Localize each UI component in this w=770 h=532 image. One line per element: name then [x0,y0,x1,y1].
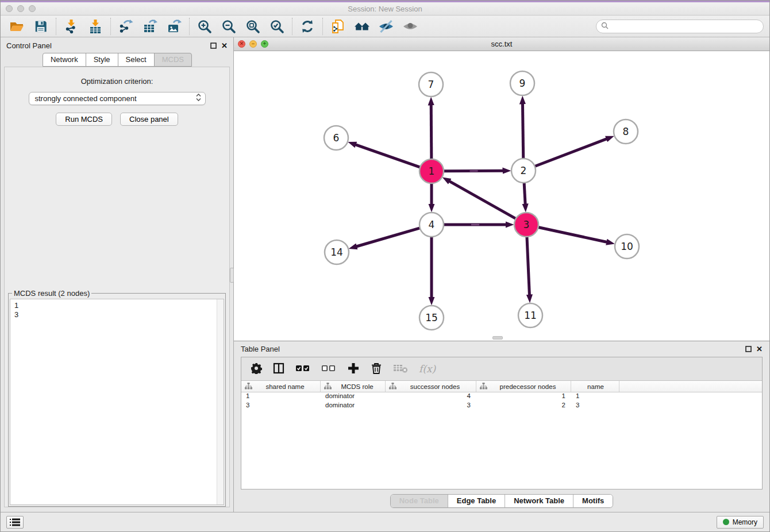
graph-node-4[interactable]: 4 [419,213,444,237]
graph-edge-2-8[interactable] [535,138,608,166]
memory-button[interactable]: Memory [717,516,764,529]
first-neighbors-button[interactable] [352,17,372,36]
zoom-window-button[interactable] [29,5,36,12]
control-panel: Control Panel ✕ NetworkStyleSelectMCDS O… [1,37,234,512]
zoom-out-button[interactable] [218,17,239,36]
export-image-button[interactable] [164,17,184,36]
tab-network[interactable]: Network [43,53,86,67]
settings-button[interactable] [251,363,262,376]
mcds-result-scrollbar[interactable] [217,299,224,504]
cell-name[interactable]: 3 [571,402,619,411]
svg-text:7: 7 [428,79,434,90]
tab-motifs[interactable]: Motifs [573,495,613,507]
graph-edge-1-7[interactable] [431,104,432,159]
graph-node-9[interactable]: 9 [510,71,534,95]
cell-predecessor-nodes[interactable]: 1 [476,392,571,402]
export-network-button[interactable] [116,17,136,36]
tab-select[interactable]: Select [118,53,155,67]
mcds-result-text[interactable]: 1 3 [10,299,217,504]
cell-mcds-role[interactable]: dominator [321,402,386,411]
table-panel-float-button[interactable] [745,346,752,352]
zoom-in-button[interactable] [194,17,215,36]
open-button[interactable] [6,17,27,36]
table-row[interactable]: 3dominator323 [241,402,762,411]
graph-node-2[interactable]: 2 [511,159,536,183]
column-header-predecessor-nodes[interactable]: predecessor nodes [476,381,571,392]
close-panel-button[interactable]: Close panel [120,113,178,126]
table-row[interactable]: 1dominator411 [241,392,762,402]
clone-network-button[interactable] [328,17,348,36]
import-table-button[interactable] [85,17,106,36]
close-window-button[interactable] [6,5,13,12]
deselect-all-button[interactable] [321,364,336,374]
export-table-button[interactable] [140,17,160,36]
graph-edge-4-14[interactable] [356,228,420,247]
task-history-button[interactable] [6,516,24,529]
hide-selected-button[interactable] [376,17,396,36]
graph-edge-3-1[interactable] [449,181,516,219]
criterion-select[interactable]: strongly connected component [29,92,206,105]
control-panel-close-button[interactable]: ✕ [221,42,228,49]
graph-edge-3-11[interactable] [527,237,530,296]
control-panel-float-button[interactable] [210,43,217,49]
select-stepper-icon [196,93,201,104]
network-canvas[interactable]: 1234678910111415 [234,51,769,341]
panel-splitter-handle[interactable] [230,268,234,283]
graph-edge-2-3[interactable] [524,183,525,205]
column-header-successor-nodes[interactable]: successor nodes [386,381,476,392]
refresh-button[interactable] [297,17,318,36]
tab-mcds[interactable]: MCDS [154,53,192,67]
show-all-button[interactable] [400,17,421,36]
toolbar-separator [189,18,190,35]
function-button[interactable]: f(x) [419,363,436,375]
tab-network-table[interactable]: Network Table [505,495,573,507]
delete-button[interactable] [371,362,382,376]
graph-node-1[interactable]: 1 [419,159,444,183]
zoom-fit-button[interactable] [242,17,263,36]
cell-shared-name[interactable]: 1 [241,392,321,402]
cell-shared-name[interactable]: 3 [241,402,321,411]
minimize-window-button[interactable] [17,5,24,12]
network-window-title: scc.txt [234,40,769,48]
network-minimize-button[interactable]: − [249,40,257,48]
graph-node-8[interactable]: 8 [614,119,638,144]
save-button[interactable] [30,17,51,36]
run-mcds-button[interactable]: Run MCDS [56,113,112,126]
table-panel-close-button[interactable]: ✕ [756,345,763,353]
cell-successor-nodes[interactable]: 4 [386,392,476,402]
select-all-button[interactable] [295,364,310,374]
column-header-name[interactable]: name [571,381,619,392]
cell-successor-nodes[interactable]: 3 [386,402,476,411]
cell-predecessor-nodes[interactable]: 2 [476,402,571,411]
graph-node-3[interactable]: 3 [514,213,538,237]
graph-edge-2-9[interactable] [522,103,523,159]
tab-node-table[interactable]: Node Table [391,495,448,507]
add-button[interactable] [347,362,360,376]
cell-name[interactable]: 1 [571,392,619,402]
column-header-mcds-role[interactable]: MCDS role [321,381,386,392]
search-input[interactable] [611,22,759,30]
tab-style[interactable]: Style [86,53,118,67]
network-maximize-button[interactable]: + [261,40,268,48]
hierarchy-icon [480,383,487,391]
zoom-selected-button[interactable] [267,17,287,36]
graph-edge-3-10[interactable] [538,227,608,242]
cell-mcds-role[interactable]: dominator [321,392,386,402]
main-area: Control Panel ✕ NetworkStyleSelectMCDS O… [1,37,769,512]
search-box[interactable] [596,20,764,33]
network-graph: 1234678910111415 [234,51,770,341]
import-network-button[interactable] [61,17,82,36]
graph-node-7[interactable]: 7 [419,72,443,97]
delete-column-button[interactable] [393,363,408,375]
graph-node-15[interactable]: 15 [419,306,444,330]
tab-edge-table[interactable]: Edge Table [448,495,505,507]
network-hscrollbar-thumb[interactable] [492,336,503,340]
graph-node-11[interactable]: 11 [518,303,542,327]
split-view-button[interactable] [273,363,284,376]
graph-node-14[interactable]: 14 [325,240,349,264]
column-header-shared-name[interactable]: shared name [241,381,321,392]
graph-node-10[interactable]: 10 [615,234,639,259]
network-close-button[interactable]: ✕ [238,40,245,48]
graph-node-6[interactable]: 6 [324,126,348,150]
graph-edge-1-6[interactable] [355,144,420,167]
